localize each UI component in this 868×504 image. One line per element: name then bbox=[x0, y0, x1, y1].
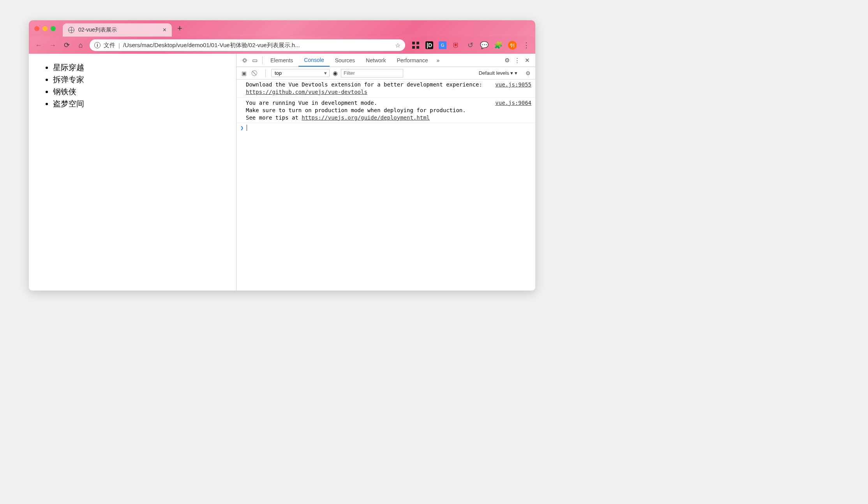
close-tab-button[interactable]: × bbox=[163, 26, 166, 33]
console-message: vue.js:9064 You are running Vue in devel… bbox=[236, 98, 535, 123]
reload-button[interactable]: ⟳ bbox=[62, 41, 72, 49]
home-button[interactable]: ⌂ bbox=[76, 41, 86, 49]
input-cursor bbox=[247, 125, 247, 131]
back-button[interactable]: ← bbox=[34, 41, 44, 49]
divider bbox=[262, 56, 263, 64]
message-source-link[interactable]: vue.js:9064 bbox=[495, 99, 531, 107]
console-filter-input[interactable] bbox=[341, 69, 403, 78]
toolbar: ← → ⟳ ⌂ i 文件 | /Users/mac/Desktop/vue/de… bbox=[29, 37, 535, 54]
browser-window: 02-vue列表展示 × + ← → ⟳ ⌂ i 文件 | /Users/mac… bbox=[29, 20, 535, 291]
message-text: Download the Vue Devtools extension for … bbox=[246, 81, 482, 88]
message-source-link[interactable]: vue.js:9055 bbox=[495, 81, 531, 88]
console-message: vue.js:9055 Download the Vue Devtools ex… bbox=[236, 79, 535, 98]
window-controls bbox=[34, 26, 56, 31]
maximize-window-button[interactable] bbox=[51, 26, 56, 31]
address-label: 文件 bbox=[104, 42, 115, 49]
tab-sources[interactable]: Sources bbox=[330, 54, 360, 67]
console-output: vue.js:9055 Download the Vue Devtools ex… bbox=[236, 79, 535, 291]
page-viewport: 星际穿越 拆弹专家 钢铁侠 盗梦空间 bbox=[29, 54, 236, 291]
inspect-element-icon[interactable]: ⯐ bbox=[240, 57, 250, 63]
forward-button[interactable]: → bbox=[48, 41, 58, 49]
console-sidebar-toggle-icon[interactable]: ▣ bbox=[240, 70, 248, 76]
console-toolbar: ▣ ⃠ top ◉ Default levels ▾ ⚙ bbox=[236, 67, 535, 79]
devtools-tabs: ⯐ ▭ Elements Console Sources Network Per… bbox=[236, 54, 535, 67]
globe-icon bbox=[68, 27, 74, 33]
execution-context-select[interactable]: top bbox=[271, 69, 330, 77]
address-bar[interactable]: i 文件 | /Users/mac/Desktop/vue/demo01/01-… bbox=[90, 39, 405, 51]
message-link[interactable]: https://github.com/vuejs/vue-devtools bbox=[246, 89, 367, 95]
address-path: /Users/mac/Desktop/vue/demo01/01-Vue初体验/… bbox=[123, 42, 392, 49]
tab-elements[interactable]: Elements bbox=[265, 54, 298, 67]
devtools-panel: ⯐ ▭ Elements Console Sources Network Per… bbox=[236, 54, 535, 291]
new-tab-button[interactable]: + bbox=[177, 23, 182, 33]
console-input[interactable]: ❯ bbox=[236, 123, 535, 132]
address-separator: | bbox=[118, 42, 120, 49]
extensions-row: ǀD G ⛨ ↺ 💬 🧩 钊 ⋮ bbox=[411, 41, 531, 49]
message-link[interactable]: https://vuejs.org/guide/deployment.html bbox=[302, 115, 430, 121]
list-item: 拆弹专家 bbox=[53, 74, 225, 86]
google-translate-extension-icon[interactable]: G bbox=[439, 41, 446, 49]
divider bbox=[265, 69, 266, 77]
movie-list: 星际穿越 拆弹专家 钢铁侠 盗梦空间 bbox=[40, 62, 225, 110]
devtools-close-icon[interactable]: ✕ bbox=[522, 57, 532, 64]
devtools-settings-icon[interactable]: ⚙ bbox=[502, 57, 512, 64]
minimize-window-button[interactable] bbox=[42, 26, 48, 31]
shield-extension-icon[interactable]: ⛨ bbox=[452, 41, 460, 49]
tab-title: 02-vue列表展示 bbox=[78, 26, 159, 33]
prompt-caret-icon: ❯ bbox=[240, 125, 243, 131]
extensions-button[interactable]: 🧩 bbox=[494, 41, 503, 49]
log-levels-select[interactable]: Default levels ▾ bbox=[476, 69, 520, 77]
list-item: 星际穿越 bbox=[53, 62, 225, 74]
browser-tab[interactable]: 02-vue列表展示 × bbox=[63, 23, 172, 37]
close-window-button[interactable] bbox=[34, 26, 39, 31]
profile-avatar[interactable]: 钊 bbox=[508, 41, 517, 49]
tab-console[interactable]: Console bbox=[298, 54, 329, 67]
chat-extension-icon[interactable]: 💬 bbox=[480, 41, 489, 49]
tab-performance[interactable]: Performance bbox=[391, 54, 433, 67]
devtools-menu-icon[interactable]: ⋮ bbox=[512, 57, 522, 64]
device-toolbar-icon[interactable]: ▭ bbox=[250, 57, 260, 64]
live-expression-icon[interactable]: ◉ bbox=[333, 70, 338, 77]
bookmark-star-icon[interactable]: ☆ bbox=[395, 42, 400, 49]
clear-console-icon[interactable]: ⃠ bbox=[251, 70, 260, 76]
content-area: 星际穿越 拆弹专家 钢铁侠 盗梦空间 ⯐ ▭ Elements Console … bbox=[29, 54, 535, 291]
dark-extension-icon[interactable]: ǀD bbox=[425, 41, 433, 49]
console-settings-icon[interactable]: ⚙ bbox=[524, 70, 532, 76]
browser-menu-button[interactable]: ⋮ bbox=[522, 41, 531, 49]
list-item: 钢铁侠 bbox=[53, 86, 225, 98]
history-extension-icon[interactable]: ↺ bbox=[466, 41, 475, 49]
titlebar: 02-vue列表展示 × + bbox=[29, 20, 535, 37]
tabs-overflow-button[interactable]: » bbox=[434, 57, 443, 63]
tab-network[interactable]: Network bbox=[360, 54, 391, 67]
list-item: 盗梦空间 bbox=[53, 98, 225, 110]
qr-extension-icon[interactable] bbox=[411, 41, 420, 49]
site-info-icon[interactable]: i bbox=[94, 42, 101, 48]
